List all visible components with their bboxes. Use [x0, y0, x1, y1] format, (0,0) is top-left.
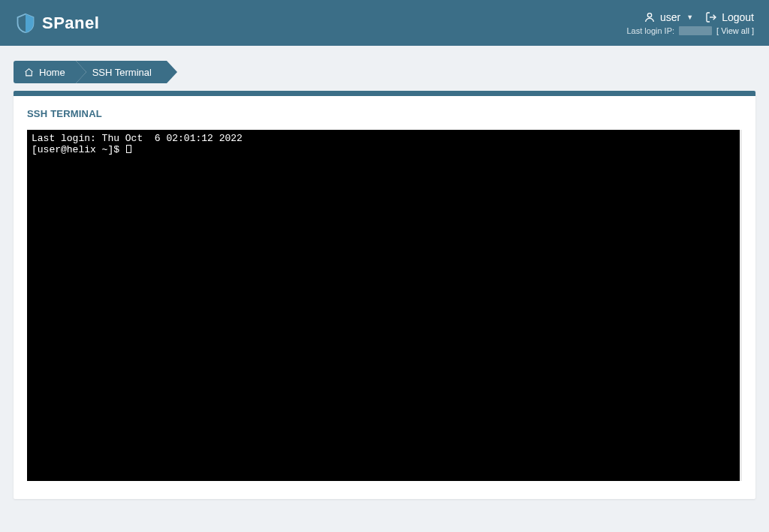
- brand[interactable]: SPanel: [15, 13, 99, 34]
- spanel-logo-icon: [15, 13, 36, 34]
- panel-wrap: SSH TERMINAL Last login: Thu Oct 6 02:01…: [0, 91, 769, 499]
- ssh-terminal-panel: SSH TERMINAL Last login: Thu Oct 6 02:01…: [14, 91, 755, 499]
- svg-point-0: [647, 13, 651, 17]
- breadcrumb-current[interactable]: SSH Terminal: [76, 61, 167, 83]
- last-login-row: Last login IP: [ View all ]: [626, 26, 754, 35]
- logout-button[interactable]: Logout: [705, 11, 754, 23]
- breadcrumb-current-label: SSH Terminal: [92, 67, 152, 78]
- breadcrumb: Home SSH Terminal: [14, 61, 755, 83]
- username-label: user: [660, 11, 680, 23]
- logout-icon: [705, 11, 717, 23]
- terminal-output-line: Last login: Thu Oct 6 02:01:12 2022: [32, 134, 735, 144]
- terminal-prompt-line: [user@helix ~]$: [32, 144, 735, 155]
- last-login-label: Last login IP:: [626, 26, 674, 35]
- view-all-link[interactable]: [ View all ]: [716, 26, 754, 35]
- user-dropdown[interactable]: user ▼: [644, 11, 693, 23]
- terminal-prompt: [user@helix ~]$: [32, 144, 125, 155]
- user-icon: [644, 11, 656, 23]
- breadcrumb-wrap: Home SSH Terminal: [0, 46, 769, 91]
- breadcrumb-home-label: Home: [39, 67, 65, 78]
- header-bar: SPanel user ▼ Logout: [0, 0, 769, 46]
- last-login-ip-redacted: [679, 26, 712, 35]
- breadcrumb-home[interactable]: Home: [14, 61, 76, 83]
- terminal-window[interactable]: Last login: Thu Oct 6 02:01:12 2022 [use…: [27, 130, 742, 481]
- header-user-row: user ▼ Logout: [644, 11, 754, 23]
- panel-title: SSH TERMINAL: [14, 96, 755, 130]
- brand-name: SPanel: [42, 14, 99, 33]
- caret-down-icon: ▼: [686, 14, 693, 21]
- header-right: user ▼ Logout Last login IP: [ View all …: [626, 11, 754, 35]
- home-icon: [24, 68, 34, 77]
- terminal-cursor-icon: [126, 145, 131, 153]
- logout-label: Logout: [722, 11, 754, 23]
